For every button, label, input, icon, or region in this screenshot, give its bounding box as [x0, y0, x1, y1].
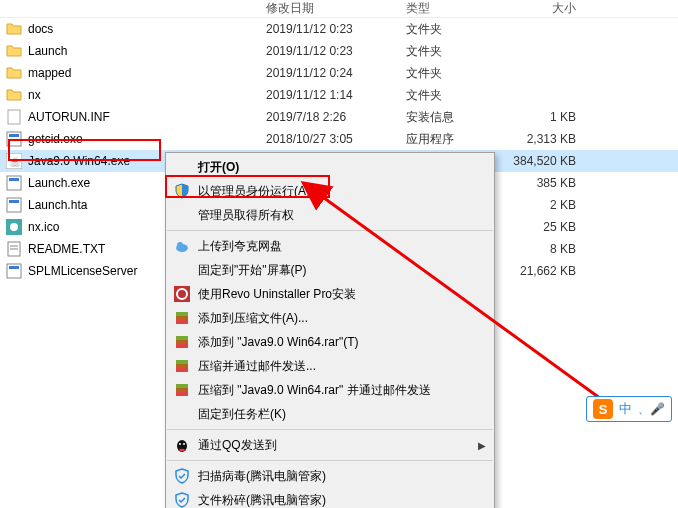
- menu-label: 以管理员身份运行(A): [198, 183, 310, 200]
- file-size: 21,662 KB: [506, 264, 606, 278]
- file-size: 2,313 KB: [506, 132, 606, 146]
- rar-icon: [174, 358, 190, 374]
- menu-label: 打开(O): [198, 159, 239, 176]
- svg-rect-6: [9, 178, 19, 181]
- file-icon: [6, 109, 22, 125]
- context-menu: 打开(O) 以管理员身份运行(A) 管理员取得所有权 上传到夸克网盘 固定到"开…: [165, 152, 495, 508]
- file-name: getcid.exe: [28, 132, 83, 146]
- menu-item[interactable]: 文件粉碎(腾讯电脑管家): [166, 488, 494, 508]
- menu-item[interactable]: 固定到任务栏(K): [166, 402, 494, 426]
- rar-icon: [174, 382, 190, 398]
- sogou-text: 中: [619, 400, 632, 418]
- menu-item[interactable]: 以管理员身份运行(A): [166, 179, 494, 203]
- menu-label: 添加到压缩文件(A)...: [198, 310, 308, 327]
- sogou-voice-icon: 、🎤: [638, 401, 665, 418]
- svg-point-34: [183, 443, 185, 445]
- exe-icon: [6, 175, 22, 191]
- menu-label: 固定到"开始"屏幕(P): [198, 262, 307, 279]
- menu-label: 固定到任务栏(K): [198, 406, 286, 423]
- file-date: 2019/11/12 0:23: [266, 44, 406, 58]
- file-date: 2019/11/12 1:14: [266, 88, 406, 102]
- menu-item[interactable]: 打开(O): [166, 155, 494, 179]
- rar-icon: [174, 310, 190, 326]
- file-date: 2019/11/12 0:24: [266, 66, 406, 80]
- exe-icon: [6, 131, 22, 147]
- sogou-logo-icon: S: [593, 399, 613, 419]
- menu-separator: [167, 460, 493, 461]
- file-size: 1 KB: [506, 110, 606, 124]
- menu-item[interactable]: 扫描病毒(腾讯电脑管家): [166, 464, 494, 488]
- svg-rect-21: [176, 312, 188, 316]
- file-name: AUTORUN.INF: [28, 110, 110, 124]
- menu-label: 文件粉碎(腾讯电脑管家): [198, 492, 326, 509]
- svg-rect-30: [176, 384, 188, 388]
- menu-item[interactable]: 上传到夸克网盘: [166, 234, 494, 258]
- file-row[interactable]: mapped 2019/11/12 0:24 文件夹: [0, 62, 678, 84]
- menu-item[interactable]: 压缩并通过邮件发送...: [166, 354, 494, 378]
- file-row[interactable]: docs 2019/11/12 0:23 文件夹: [0, 18, 678, 40]
- file-size: 2 KB: [506, 198, 606, 212]
- file-type: 文件夹: [406, 65, 506, 82]
- file-type: 安装信息: [406, 109, 506, 126]
- cloud-icon: [174, 238, 190, 254]
- file-name: Launch.exe: [28, 176, 90, 190]
- file-row[interactable]: getcid.exe 2018/10/27 3:05 应用程序 2,313 KB: [0, 128, 678, 150]
- folder-icon: [6, 21, 22, 37]
- svg-point-35: [179, 449, 185, 451]
- menu-item[interactable]: 添加到 "Java9.0 Win64.rar"(T): [166, 330, 494, 354]
- ico-icon: [6, 219, 22, 235]
- file-name: docs: [28, 22, 53, 36]
- svg-text:☕: ☕: [9, 155, 22, 168]
- file-row[interactable]: AUTORUN.INF 2019/7/18 2:26 安装信息 1 KB: [0, 106, 678, 128]
- file-name: SPLMLicenseServer: [28, 264, 137, 278]
- svg-rect-22: [176, 320, 188, 324]
- menu-item[interactable]: 通过QQ发送到 ▶: [166, 433, 494, 457]
- revo-icon: [174, 286, 190, 302]
- qq-icon: [174, 437, 190, 453]
- svg-rect-24: [176, 336, 188, 340]
- menu-item[interactable]: 管理员取得所有权: [166, 203, 494, 227]
- file-size: 8 KB: [506, 242, 606, 256]
- menu-item[interactable]: 压缩到 "Java9.0 Win64.rar" 并通过邮件发送: [166, 378, 494, 402]
- menu-item[interactable]: 固定到"开始"屏幕(P): [166, 258, 494, 282]
- menu-separator: [167, 230, 493, 231]
- menu-label: 压缩并通过邮件发送...: [198, 358, 316, 375]
- file-type: 文件夹: [406, 87, 506, 104]
- chevron-right-icon: ▶: [478, 440, 486, 451]
- menu-item[interactable]: 添加到压缩文件(A)...: [166, 306, 494, 330]
- svg-point-17: [177, 242, 183, 248]
- svg-rect-15: [9, 266, 19, 269]
- file-type: 文件夹: [406, 43, 506, 60]
- file-size: 385 KB: [506, 176, 606, 190]
- svg-rect-31: [176, 392, 188, 396]
- file-row[interactable]: nx 2019/11/12 1:14 文件夹: [0, 84, 678, 106]
- tencent-icon: [174, 492, 190, 508]
- svg-rect-0: [8, 110, 20, 124]
- file-type: 文件夹: [406, 21, 506, 38]
- exe-icon: [6, 263, 22, 279]
- file-name: nx: [28, 88, 41, 102]
- svg-rect-25: [176, 344, 188, 348]
- menu-item[interactable]: 使用Revo Uninstaller Pro安装: [166, 282, 494, 306]
- folder-icon: [6, 65, 22, 81]
- file-size: 384,520 KB: [506, 154, 606, 168]
- file-row[interactable]: Launch 2019/11/12 0:23 文件夹: [0, 40, 678, 62]
- svg-rect-27: [176, 360, 188, 364]
- file-date: 2019/11/12 0:23: [266, 22, 406, 36]
- file-name: Java9.0 Win64.exe: [28, 154, 130, 168]
- menu-label: 压缩到 "Java9.0 Win64.rar" 并通过邮件发送: [198, 382, 431, 399]
- menu-label: 扫描病毒(腾讯电脑管家): [198, 468, 326, 485]
- file-date: 2018/10/27 3:05: [266, 132, 406, 146]
- menu-label: 使用Revo Uninstaller Pro安装: [198, 286, 356, 303]
- menu-label: 添加到 "Java9.0 Win64.rar"(T): [198, 334, 359, 351]
- exe-icon: [6, 197, 22, 213]
- column-headers: 修改日期 类型 大小: [0, 0, 678, 18]
- shield-icon: [174, 183, 190, 199]
- txt-icon: [6, 241, 22, 257]
- file-name: nx.ico: [28, 220, 59, 234]
- file-name: README.TXT: [28, 242, 105, 256]
- file-name: Launch: [28, 44, 67, 58]
- file-name: mapped: [28, 66, 71, 80]
- sogou-ime-bar[interactable]: S 中 、🎤: [586, 396, 672, 422]
- file-name: Launch.hta: [28, 198, 87, 212]
